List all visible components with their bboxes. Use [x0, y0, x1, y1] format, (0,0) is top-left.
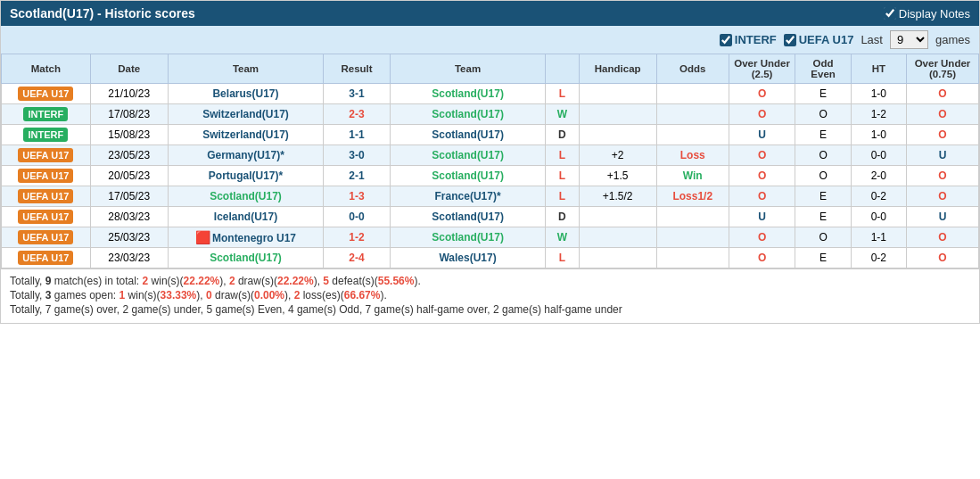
uefa-filter[interactable]: UEFA U17 — [784, 33, 854, 46]
table-header-row: Match Date Team Result Team Handicap Odd… — [2, 54, 979, 84]
half-time-score: 1-0 — [851, 84, 906, 104]
team2-name[interactable]: Scotland(U17) — [390, 104, 545, 125]
filter-bar: INTERF UEFA U17 Last 9 5 10 20 games — [1, 26, 979, 54]
odd-even: E — [795, 84, 851, 104]
over-under-25: U — [729, 125, 795, 145]
over-under-25: O — [729, 248, 795, 268]
table-row: INTERF15/08/23Switzerland(U17)1-1Scotlan… — [2, 125, 979, 145]
uefa-checkbox[interactable] — [784, 34, 796, 46]
match-handicap: +2 — [579, 145, 656, 166]
half-time-score: 0-2 — [851, 186, 906, 207]
team1-name[interactable]: Portugal(U17)* — [168, 166, 323, 186]
over-under-25: O — [729, 166, 795, 186]
half-time-score: 0-0 — [851, 145, 906, 166]
match-result: 2-3 — [324, 104, 391, 125]
match-odds: Loss1/2 — [656, 186, 729, 207]
table-row: UEFA U1723/03/23Scotland(U17)2-4Wales(U1… — [2, 248, 979, 268]
match-odds — [656, 207, 729, 227]
team1-name[interactable]: Scotland(U17) — [168, 248, 323, 268]
scores-table: Match Date Team Result Team Handicap Odd… — [1, 54, 979, 268]
match-date: 21/10/23 — [90, 84, 168, 104]
col-odds: Odds — [656, 54, 729, 84]
match-wdl: D — [546, 207, 579, 227]
match-handicap — [579, 104, 656, 125]
over-under-25: U — [729, 207, 795, 227]
team1-name[interactable]: Germany(U17)* — [168, 145, 323, 166]
display-notes-label[interactable]: Display Notes — [884, 7, 970, 21]
match-result: 1-1 — [324, 125, 391, 145]
over-under-075: O — [906, 248, 978, 268]
match-date: 28/03/23 — [90, 207, 168, 227]
col-match: Match — [2, 54, 91, 84]
table-row: UEFA U1720/05/23Portugal(U17)*2-1Scotlan… — [2, 166, 979, 186]
team1-name[interactable]: 🟥Montenegro U17 — [168, 227, 323, 248]
half-time-score: 2-0 — [851, 166, 906, 186]
match-badge-cell: UEFA U17 — [2, 248, 91, 268]
match-badge: UEFA U17 — [18, 251, 73, 265]
team2-name[interactable]: Scotland(U17) — [390, 166, 545, 186]
footer: Totally, 9 match(es) in total: 2 win(s)(… — [1, 268, 979, 323]
match-result: 1-3 — [324, 186, 391, 207]
team1-name[interactable]: Switzerland(U17) — [168, 104, 323, 125]
odd-even: O — [795, 104, 851, 125]
match-badge-cell: INTERF — [2, 125, 91, 145]
half-time-score: 1-0 — [851, 125, 906, 145]
over-under-075: O — [906, 166, 978, 186]
odd-even: O — [795, 227, 851, 248]
table-row: UEFA U1723/05/23Germany(U17)*3-0Scotland… — [2, 145, 979, 166]
match-handicap — [579, 125, 656, 145]
match-wdl: L — [546, 166, 579, 186]
table-body: UEFA U1721/10/23Belarus(U17)3-1Scotland(… — [2, 84, 979, 268]
match-handicap: +1.5/2 — [579, 186, 656, 207]
header: Scotland(U17) - Historic scores Display … — [1, 1, 979, 26]
team2-name[interactable]: Scotland(U17) — [390, 125, 545, 145]
team1-name[interactable]: Switzerland(U17) — [168, 125, 323, 145]
match-badge-cell: UEFA U17 — [2, 207, 91, 227]
half-time-score: 1-1 — [851, 227, 906, 248]
match-badge: INTERF — [23, 107, 68, 121]
footer-line1: Totally, 9 match(es) in total: 2 win(s)(… — [10, 275, 970, 287]
interf-checkbox[interactable] — [720, 34, 732, 46]
over-under-25: O — [729, 84, 795, 104]
match-wdl: L — [546, 84, 579, 104]
odd-even: O — [795, 145, 851, 166]
odd-even: O — [795, 166, 851, 186]
team2-name[interactable]: Scotland(U17) — [390, 227, 545, 248]
match-badge: UEFA U17 — [18, 87, 73, 101]
table-row: UEFA U1728/03/23Iceland(U17)0-0Scotland(… — [2, 207, 979, 227]
table-row: INTERF17/08/23Switzerland(U17)2-3Scotlan… — [2, 104, 979, 125]
match-odds: Win — [656, 166, 729, 186]
match-date: 20/05/23 — [90, 166, 168, 186]
half-time-score: 0-2 — [851, 248, 906, 268]
match-odds — [656, 84, 729, 104]
footer-line3: Totally, 7 game(s) over, 2 game(s) under… — [10, 303, 970, 316]
odd-even: E — [795, 207, 851, 227]
interf-filter[interactable]: INTERF — [720, 33, 777, 46]
match-result: 3-0 — [324, 145, 391, 166]
last-games-select[interactable]: 9 5 10 20 — [890, 30, 928, 49]
team2-name[interactable]: Scotland(U17) — [390, 207, 545, 227]
match-handicap — [579, 248, 656, 268]
team2-name[interactable]: Wales(U17) — [390, 248, 545, 268]
match-odds — [656, 104, 729, 125]
over-under-25: O — [729, 186, 795, 207]
team2-name[interactable]: Scotland(U17) — [390, 84, 545, 104]
match-date: 25/03/23 — [90, 227, 168, 248]
match-badge-cell: UEFA U17 — [2, 186, 91, 207]
over-under-25: O — [729, 104, 795, 125]
col-team1: Team — [168, 54, 323, 84]
team1-name[interactable]: Scotland(U17) — [168, 186, 323, 207]
odd-even: E — [795, 248, 851, 268]
team1-name[interactable]: Belarus(U17) — [168, 84, 323, 104]
over-under-075: O — [906, 186, 978, 207]
display-notes-checkbox[interactable] — [884, 7, 896, 20]
team1-name[interactable]: Iceland(U17) — [168, 207, 323, 227]
match-result: 1-2 — [324, 227, 391, 248]
match-odds — [656, 248, 729, 268]
team2-name[interactable]: France(U17)* — [390, 186, 545, 207]
team2-name[interactable]: Scotland(U17) — [390, 145, 545, 166]
match-result: 2-1 — [324, 166, 391, 186]
over-under-075: U — [906, 145, 978, 166]
match-odds — [656, 125, 729, 145]
match-odds — [656, 227, 729, 248]
